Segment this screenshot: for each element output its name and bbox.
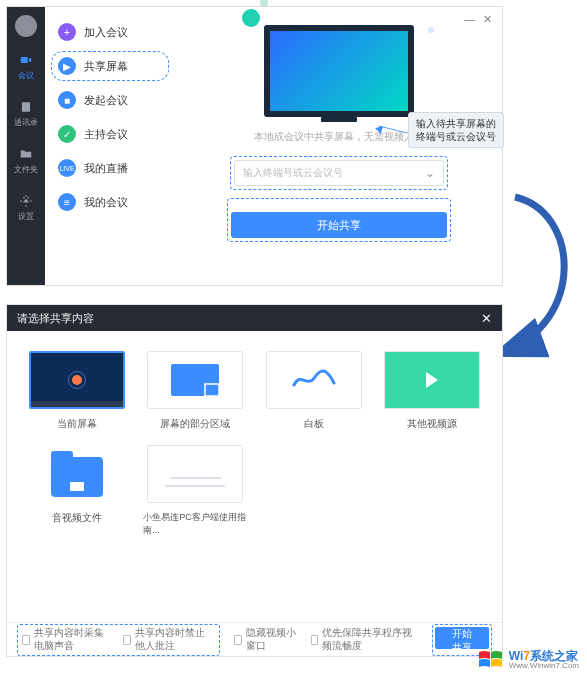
- thumb-video: [384, 351, 480, 409]
- thumb-document: [147, 445, 243, 503]
- video-icon: ■: [58, 91, 76, 109]
- checkbox-label: 隐藏视频小窗口: [246, 627, 297, 653]
- gear-icon: [18, 193, 34, 209]
- sidebar-item-settings[interactable]: 设置: [7, 190, 45, 225]
- checkbox-label: 共享内容时采集电脑声音: [34, 627, 114, 653]
- watermark: Wi7系统之家 Www.Winwin7.Com: [477, 649, 579, 671]
- close-icon[interactable]: ✕: [483, 13, 492, 26]
- avatar[interactable]: [15, 15, 37, 37]
- watermark-sub: Www.Winwin7.Com: [509, 662, 579, 670]
- card-other-video[interactable]: 其他视频源: [380, 351, 484, 431]
- sidebar-item-label: 会议: [18, 70, 34, 81]
- card-label: 白板: [304, 417, 324, 431]
- menu-label: 我的直播: [84, 161, 128, 176]
- card-current-screen[interactable]: 当前屏幕: [25, 351, 129, 431]
- menu-label: 共享屏幕: [84, 59, 128, 74]
- tooltip: 输入待共享屏幕的终端号或云会议号: [408, 112, 504, 148]
- folder-icon: [18, 146, 34, 162]
- main-panel: — ✕ 本地或会议中共享屏幕，无需视频入会 输入终端号或云会议号 ⌄ 开始共享 …: [175, 7, 502, 285]
- svg-rect-0: [21, 57, 28, 63]
- decor-dot: [242, 9, 260, 27]
- menu-label: 加入会议: [84, 25, 128, 40]
- card-av-file[interactable]: 音视频文件: [25, 445, 129, 537]
- windows-flag-icon: [477, 649, 505, 671]
- checkbox-label: 共享内容时禁止他人批注: [135, 627, 215, 653]
- monitor-illustration: [264, 25, 414, 117]
- card-whiteboard[interactable]: 白板: [262, 351, 366, 431]
- host-icon: ✓: [58, 125, 76, 143]
- checkbox-capture-audio[interactable]: 共享内容时采集电脑声音: [22, 627, 113, 653]
- audio-options-highlight: 共享内容时采集电脑声音 共享内容时禁止他人批注: [17, 624, 220, 656]
- card-label: 小鱼易连PC客户端使用指南...: [143, 511, 247, 537]
- share-source-grid: 当前屏幕 屏幕的部分区域 白板 其他视频源 音视频文件: [7, 331, 502, 622]
- share-icon: ▶: [58, 57, 76, 75]
- dialog-title: 请选择共享内容: [17, 311, 94, 326]
- menu-label: 主持会议: [84, 127, 128, 142]
- terminal-input-highlight: 输入终端号或云会议号 ⌄: [230, 156, 448, 190]
- checkbox-block-annotate[interactable]: 共享内容时禁止他人批注: [123, 627, 214, 653]
- list-icon: ≡: [58, 193, 76, 211]
- minimize-icon[interactable]: —: [464, 13, 475, 26]
- sidebar-item-contacts[interactable]: 通讯录: [7, 96, 45, 131]
- flow-arrow-icon: [495, 192, 585, 362]
- video-icon: [18, 52, 34, 68]
- checkbox-hide-video[interactable]: 隐藏视频小窗口: [234, 627, 297, 653]
- menu-start-meeting[interactable]: ■ 发起会议: [51, 85, 169, 115]
- thumb-desktop: [29, 351, 125, 409]
- checkbox-smooth[interactable]: 优先保障共享程序视频流畅度: [311, 627, 419, 653]
- thumb-whiteboard: [266, 351, 362, 409]
- menu-share-screen[interactable]: ▶ 共享屏幕: [51, 51, 169, 81]
- sidebar-item-label: 通讯录: [14, 117, 38, 128]
- menu-my-meetings[interactable]: ≡ 我的会议: [51, 187, 169, 217]
- menu-host[interactable]: ✓ 主持会议: [51, 119, 169, 149]
- sidebar-item-files[interactable]: 文件夹: [7, 143, 45, 178]
- card-partial-area[interactable]: 屏幕的部分区域: [143, 351, 247, 431]
- dialog-footer: 共享内容时采集电脑声音 共享内容时禁止他人批注 隐藏视频小窗口 优先保障共享程序…: [7, 622, 502, 656]
- svg-rect-1: [22, 102, 30, 111]
- dialog-titlebar: 请选择共享内容 ✕: [7, 305, 502, 331]
- sidebar-item-label: 设置: [18, 211, 34, 222]
- menu-label: 我的会议: [84, 195, 128, 210]
- chevron-down-icon[interactable]: ⌄: [425, 166, 435, 180]
- app-sidebar: 会议 通讯录 文件夹 设置: [7, 7, 45, 285]
- card-label: 其他视频源: [407, 417, 457, 431]
- plus-icon: +: [58, 23, 76, 41]
- input-placeholder: 输入终端号或云会议号: [243, 166, 343, 180]
- live-icon: LIVE: [58, 159, 76, 177]
- thumb-partial: [147, 351, 243, 409]
- start-share-button[interactable]: 开始共享: [231, 212, 447, 238]
- sidebar-item-meeting[interactable]: 会议: [7, 49, 45, 84]
- menu-live[interactable]: LIVE 我的直播: [51, 153, 169, 183]
- card-label: 屏幕的部分区域: [160, 417, 230, 431]
- start-button-highlight: 开始共享: [227, 198, 451, 242]
- checkbox-label: 优先保障共享程序视频流畅度: [322, 627, 418, 653]
- svg-rect-3: [171, 364, 219, 396]
- thumb-folder: [29, 445, 125, 503]
- sidebar-item-label: 文件夹: [14, 164, 38, 175]
- menu-join[interactable]: + 加入会议: [51, 17, 169, 47]
- caption-text: 本地或会议中共享屏幕，无需视频入会: [254, 130, 424, 144]
- svg-point-2: [24, 199, 28, 203]
- card-label: 音视频文件: [52, 511, 102, 525]
- card-label: 当前屏幕: [57, 417, 97, 431]
- decor-dot: [428, 27, 434, 33]
- close-icon[interactable]: ✕: [481, 311, 492, 326]
- decor-dot: [260, 0, 268, 7]
- contacts-icon: [18, 99, 34, 115]
- action-menu: + 加入会议 ▶ 共享屏幕 ■ 发起会议 ✓ 主持会议 LIVE 我的直播 ≡ …: [45, 7, 175, 285]
- terminal-input[interactable]: 输入终端号或云会议号 ⌄: [234, 160, 444, 186]
- menu-label: 发起会议: [84, 93, 128, 108]
- card-document-window[interactable]: 小鱼易连PC客户端使用指南...: [143, 445, 247, 537]
- start-share-button[interactable]: 开始共享: [435, 627, 489, 649]
